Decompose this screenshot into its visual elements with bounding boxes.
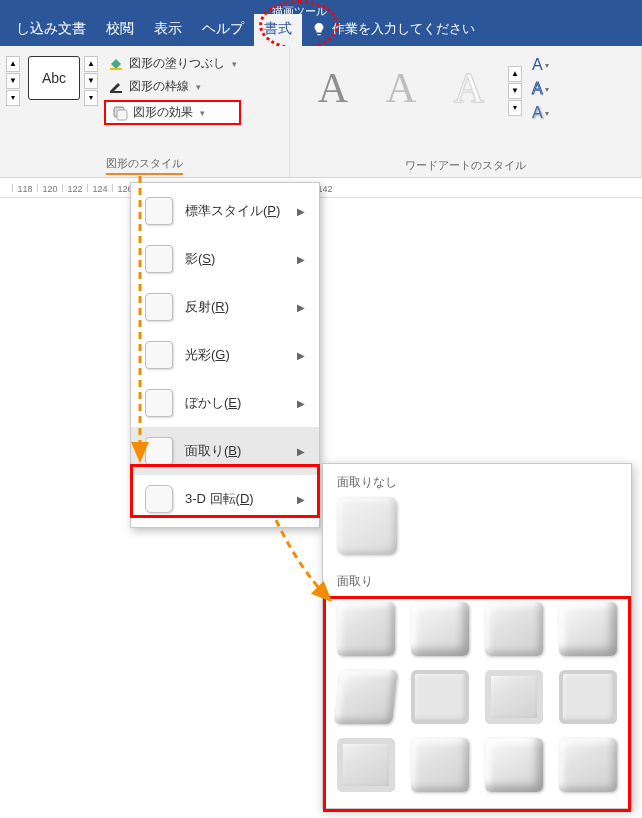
- shape-options-col: 図形の塗りつぶし▾ 図形の枠線▾ 図形の効果▾: [104, 50, 241, 125]
- bevel-swatch-11[interactable]: [485, 738, 543, 792]
- shape-effects-menu: 標準スタイル(P) ▶ 影(S) ▶ 反射(R) ▶ 光彩(G) ▶ ぼかし(E…: [130, 182, 320, 528]
- wordart-gallery-nav: ▲ ▼ ▾: [508, 66, 522, 116]
- shadow-thumb-icon: [145, 245, 173, 273]
- bevel-thumb-icon: [145, 437, 173, 465]
- gallery-up-button[interactable]: ▲: [6, 56, 20, 72]
- bevel-swatch-5[interactable]: [334, 670, 398, 724]
- shape-style-gallery-nav: ▲ ▼ ▾: [6, 56, 20, 106]
- svg-rect-3: [117, 110, 127, 120]
- bevel-swatch-12[interactable]: [559, 738, 617, 792]
- bevel-section-label: 面取り: [323, 563, 631, 596]
- ribbon-tabs-bar: 描画ツール し込み文書 校閲 表示 ヘルプ 書式 作業を入力してください: [0, 0, 642, 46]
- tell-me-box[interactable]: 作業を入力してください: [302, 14, 485, 46]
- submenu-arrow-icon: ▶: [297, 446, 305, 457]
- wordart-group-label: ワードアートのスタイル: [296, 156, 635, 175]
- bevel-submenu: 面取りなし 面取り: [322, 463, 632, 809]
- gallery-down-button[interactable]: ▼: [6, 73, 20, 89]
- lightbulb-icon: [312, 22, 326, 36]
- fx-item-reflection[interactable]: 反射(R) ▶: [131, 283, 319, 331]
- horizontal-ruler: 118120122124126128130132134136138140142: [0, 178, 642, 198]
- wa-down-button[interactable]: ▼: [508, 83, 522, 99]
- bevel-swatch-3[interactable]: [485, 602, 543, 656]
- bevel-swatch-9[interactable]: [337, 738, 395, 792]
- wordart-gallery[interactable]: A A A ▲ ▼ ▾: [296, 50, 530, 122]
- wordart-side-options: A▾ A▾ A▾: [530, 50, 551, 122]
- submenu-arrow-icon: ▶: [297, 494, 305, 505]
- shape-style-gallery-nav2: ▲ ▼ ▾: [84, 56, 98, 106]
- shape-outline-label: 図形の枠線: [129, 78, 189, 95]
- gallery-more-button-2[interactable]: ▾: [84, 90, 98, 106]
- svg-rect-1: [110, 91, 122, 93]
- text-fill-button[interactable]: A▾: [532, 56, 549, 74]
- svg-rect-0: [110, 68, 122, 70]
- tab-help[interactable]: ヘルプ: [192, 14, 254, 46]
- submenu-arrow-icon: ▶: [297, 398, 305, 409]
- bevel-none-label: 面取りなし: [323, 464, 631, 497]
- bevel-swatch-2[interactable]: [411, 602, 469, 656]
- shape-effects-label: 図形の効果: [133, 104, 193, 121]
- text-effects-button[interactable]: A▾: [532, 104, 549, 122]
- shape-outline-button[interactable]: 図形の枠線▾: [104, 77, 241, 96]
- bevel-none-swatch[interactable]: [337, 497, 397, 555]
- fx-item-preset[interactable]: 標準スタイル(P) ▶: [131, 187, 319, 235]
- submenu-arrow-icon: ▶: [297, 254, 305, 265]
- context-tool-label: 描画ツール: [272, 4, 327, 19]
- pen-icon: [108, 79, 124, 95]
- preset-thumb-icon: [145, 197, 173, 225]
- reflection-thumb-icon: [145, 293, 173, 321]
- rotate3d-thumb-icon: [145, 485, 173, 513]
- shape-style-preview[interactable]: Abc: [28, 56, 80, 100]
- fx-item-3drotation[interactable]: 3-D 回転(D) ▶: [131, 475, 319, 523]
- shape-effects-button[interactable]: 図形の効果▾: [104, 100, 241, 125]
- fx-item-softedges[interactable]: ぼかし(E) ▶: [131, 379, 319, 427]
- submenu-arrow-icon: ▶: [297, 206, 305, 217]
- submenu-arrow-icon: ▶: [297, 302, 305, 313]
- gallery-down-button-2[interactable]: ▼: [84, 73, 98, 89]
- bevel-swatch-6[interactable]: [411, 670, 469, 724]
- bevel-swatch-7[interactable]: [485, 670, 543, 724]
- submenu-arrow-icon: ▶: [297, 350, 305, 361]
- softedges-thumb-icon: [145, 389, 173, 417]
- shape-fill-label: 図形の塗りつぶし: [129, 55, 225, 72]
- bevel-swatch-10[interactable]: [411, 738, 469, 792]
- wordart-preview-1[interactable]: A: [304, 61, 362, 115]
- bevel-swatch-4[interactable]: [559, 602, 617, 656]
- fx-item-shadow[interactable]: 影(S) ▶: [131, 235, 319, 283]
- group-shape-styles: ▲ ▼ ▾ Abc ▲ ▼ ▾ 図形の塗りつぶし▾ 図形の枠線▾: [0, 46, 290, 177]
- gallery-up-button-2[interactable]: ▲: [84, 56, 98, 72]
- text-outline-button[interactable]: A▾: [532, 80, 549, 98]
- glow-thumb-icon: [145, 341, 173, 369]
- wordart-preview-2[interactable]: A: [372, 61, 430, 115]
- ribbon-content: ▲ ▼ ▾ Abc ▲ ▼ ▾ 図形の塗りつぶし▾ 図形の枠線▾: [0, 46, 642, 178]
- bevel-swatch-8[interactable]: [559, 670, 617, 724]
- effects-icon: [112, 105, 128, 121]
- shape-fill-button[interactable]: 図形の塗りつぶし▾: [104, 54, 241, 73]
- wa-more-button[interactable]: ▾: [508, 100, 522, 116]
- bevel-gallery-grid: [323, 596, 631, 808]
- wordart-preview-3[interactable]: A: [440, 61, 498, 115]
- paint-bucket-icon: [108, 56, 124, 72]
- gallery-more-button[interactable]: ▾: [6, 90, 20, 106]
- wa-up-button[interactable]: ▲: [508, 66, 522, 82]
- shape-styles-group-label: 図形のスタイル: [106, 154, 183, 175]
- tab-review[interactable]: 校閲: [96, 14, 144, 46]
- bevel-swatch-1[interactable]: [337, 602, 395, 656]
- tab-mailings[interactable]: し込み文書: [6, 14, 96, 46]
- fx-item-bevel[interactable]: 面取り(B) ▶: [131, 427, 319, 475]
- group-wordart-styles: A A A ▲ ▼ ▾ A▾ A▾ A▾ ワードアートのスタイル: [290, 46, 642, 177]
- tell-me-label: 作業を入力してください: [332, 20, 475, 38]
- fx-item-glow[interactable]: 光彩(G) ▶: [131, 331, 319, 379]
- tab-view[interactable]: 表示: [144, 14, 192, 46]
